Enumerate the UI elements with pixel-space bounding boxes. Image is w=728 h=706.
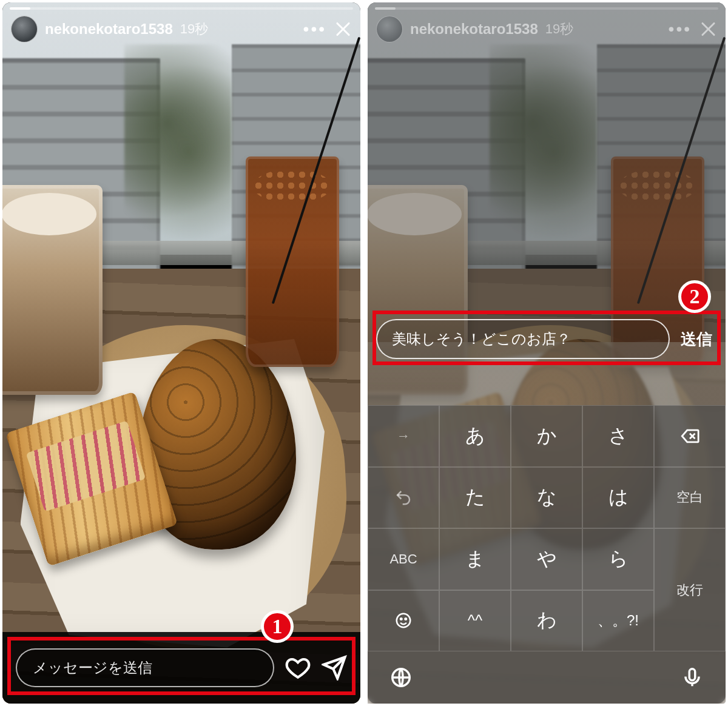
globe-icon[interactable] <box>389 666 413 689</box>
key-ta[interactable]: た <box>439 467 511 529</box>
message-input[interactable]: メッセージを送信 <box>16 648 274 687</box>
keyboard: → あ か さ た な は 空白 ABC ま や ら 改行 ^^ わ 、。? <box>368 405 726 704</box>
story-header: nekonekotaro1538 19秒 ••• <box>376 15 717 44</box>
more-icon[interactable]: ••• <box>669 19 692 39</box>
key-punct[interactable]: 、。?! <box>582 590 654 652</box>
key-a[interactable]: あ <box>439 405 511 467</box>
annotation-badge-1: 1 <box>261 610 294 643</box>
key-space[interactable]: 空白 <box>654 467 726 529</box>
key-ha[interactable]: は <box>582 467 654 529</box>
story-bottom-bar: メッセージを送信 <box>2 632 360 704</box>
key-emoji-icon[interactable] <box>368 590 439 652</box>
key-wa[interactable]: わ <box>511 590 582 652</box>
key-abc[interactable]: ABC <box>368 528 439 590</box>
key-ya[interactable]: や <box>511 528 582 590</box>
story-timestamp: 19秒 <box>180 20 208 38</box>
close-icon[interactable] <box>334 20 352 38</box>
message-placeholder: メッセージを送信 <box>33 658 152 677</box>
story-screenshot-right: nekonekotaro1538 19秒 ••• 美味しそう！どこのお店？ 送信… <box>368 2 726 704</box>
key-ka[interactable]: か <box>511 405 582 467</box>
send-button[interactable]: 送信 <box>676 329 717 350</box>
reply-row: 美味しそう！どこのお店？ 送信 <box>376 318 717 360</box>
like-icon[interactable] <box>285 655 311 681</box>
svg-point-2 <box>405 619 407 620</box>
key-backspace-icon[interactable] <box>654 405 726 467</box>
key-na[interactable]: な <box>511 467 582 529</box>
close-icon[interactable] <box>699 20 717 38</box>
key-return[interactable]: 改行 <box>654 528 726 651</box>
username[interactable]: nekonekotaro1538 <box>45 21 173 38</box>
story-photo <box>2 2 360 704</box>
mic-icon[interactable] <box>681 666 704 689</box>
story-progress-bar <box>10 7 353 10</box>
key-sa[interactable]: さ <box>582 405 654 467</box>
story-screenshot-left: nekonekotaro1538 19秒 ••• メッセージを送信 1 <box>2 2 360 704</box>
more-icon[interactable]: ••• <box>303 19 326 39</box>
reply-input[interactable]: 美味しそう！どこのお店？ <box>376 319 670 359</box>
key-ra[interactable]: ら <box>582 528 654 590</box>
story-header: nekonekotaro1538 19秒 ••• <box>11 15 352 44</box>
key-undo-icon[interactable] <box>368 467 439 529</box>
username[interactable]: nekonekotaro1538 <box>410 21 538 38</box>
avatar[interactable] <box>11 16 38 42</box>
share-icon[interactable] <box>322 655 347 681</box>
svg-rect-4 <box>689 669 695 681</box>
avatar[interactable] <box>376 16 403 42</box>
key-ma[interactable]: ま <box>439 528 511 590</box>
key-kana-small[interactable]: ^^ <box>439 590 511 652</box>
key-next-candidate[interactable]: → <box>368 405 439 467</box>
annotation-badge-2: 2 <box>678 280 711 313</box>
reply-text: 美味しそう！どこのお店？ <box>392 329 571 349</box>
story-timestamp: 19秒 <box>545 20 573 38</box>
svg-point-0 <box>397 614 411 628</box>
svg-point-1 <box>400 619 402 620</box>
story-progress-bar <box>375 7 718 10</box>
